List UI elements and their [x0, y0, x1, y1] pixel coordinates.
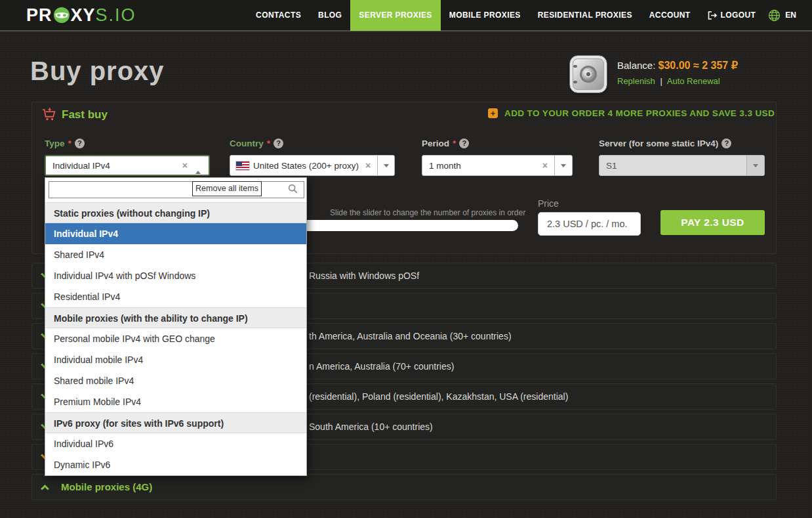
- plus-icon: +: [488, 108, 498, 118]
- type-select[interactable]: Individual IPv4 ×: [45, 155, 210, 176]
- buy-proxy-page: PR XY S.IO CONTACTS BLOG SERVER PROXIES …: [0, 0, 812, 518]
- type-help-icon[interactable]: ?: [75, 139, 85, 148]
- type-search-input[interactable]: [49, 181, 304, 198]
- server-field-label: Server (for some static IPv4) ?: [599, 139, 731, 148]
- slider-hint: Slide the slider to change the number of…: [330, 208, 525, 217]
- top-navigation-bar: PR XY S.IO CONTACTS BLOG SERVER PROXIES …: [0, 0, 812, 32]
- dropdown-option-shared-mobile-ipv4[interactable]: Shared mobile IPv4: [45, 370, 306, 391]
- period-field-label: Period * ?: [422, 139, 469, 148]
- dropdown-option-individual-ipv6[interactable]: Individual IPv6: [45, 433, 306, 454]
- price-label: Price: [538, 198, 559, 209]
- dropdown-group-header: IPv6 proxy (for sites with IPv6 support): [45, 412, 306, 433]
- dropdown-option-shared-ipv4[interactable]: Shared IPv4: [45, 244, 306, 265]
- dropdown-group-header: Mobile proxies (with the ability to chan…: [45, 307, 306, 328]
- language-switcher[interactable]: EN: [768, 9, 796, 22]
- required-asterisk: *: [267, 139, 270, 148]
- globe-icon: [768, 9, 781, 22]
- nav-item-server-proxies[interactable]: SERVER PROXIES: [350, 0, 440, 31]
- proxy-count-slider[interactable]: [296, 220, 518, 231]
- type-field-label: Type * ?: [45, 139, 85, 148]
- balance-amount: $30.00 ≈ 2 357 ₽: [659, 60, 738, 71]
- site-logo[interactable]: PR XY S.IO: [26, 5, 136, 26]
- required-asterisk: *: [68, 139, 71, 148]
- caret-down-icon: [746, 156, 764, 175]
- logo-suffix: S.IO: [96, 5, 136, 26]
- auto-renewal-link[interactable]: Auto Renewal: [667, 76, 720, 86]
- dropdown-option-individual-mobile-ipv4[interactable]: Individual mobile IPv4: [45, 349, 306, 370]
- pay-button[interactable]: PAY 2.3 USD: [660, 210, 765, 235]
- chevron-up-icon: [41, 485, 49, 493]
- server-select-value: S1: [599, 161, 617, 171]
- caret-down-icon[interactable]: [377, 156, 394, 175]
- country-select-value: United States (200+ proxy): [249, 161, 359, 171]
- dropdown-option-dynamic-ipv6[interactable]: Dynamic IPv6: [45, 454, 306, 475]
- dropdown-option-individual-ipv4-posf-windows[interactable]: Individual IPv4 with pOSf Windows: [45, 265, 306, 286]
- country-field-label: Country * ?: [230, 139, 283, 148]
- logout-icon: [708, 11, 717, 20]
- server-help-icon[interactable]: ?: [721, 139, 731, 148]
- remove-all-items-button[interactable]: Remove all items: [192, 181, 262, 196]
- price-value: 2.3 USD / pc. / mo.: [538, 212, 641, 236]
- dropdown-option-individual-ipv4[interactable]: Individual IPv4: [45, 223, 306, 244]
- type-dropdown-panel: Remove all items Static proxies (without…: [45, 177, 307, 476]
- safe-icon: [569, 55, 607, 93]
- balance-label: Balance:: [617, 60, 655, 71]
- cart-icon: [42, 107, 56, 121]
- language-label: EN: [785, 11, 796, 20]
- section-row-mobile-proxies-4g[interactable]: Mobile proxies (4G): [31, 474, 777, 500]
- us-flag-icon: [236, 162, 249, 170]
- type-select-value: Individual IPv4: [46, 161, 110, 171]
- country-select[interactable]: United States (200+ proxy) ×: [230, 155, 395, 176]
- caret-up-icon: [194, 161, 209, 171]
- period-select[interactable]: 1 month ×: [422, 155, 573, 176]
- logout-button[interactable]: LOGOUT: [699, 0, 765, 31]
- link-divider: |: [660, 76, 662, 86]
- logo-text: XY: [71, 5, 96, 26]
- page-title: Buy proxy: [30, 56, 165, 86]
- clear-icon[interactable]: ×: [536, 160, 554, 171]
- add-more-proxies-label: ADD TO YOUR ORDER 4 MORE PROXIES AND SAV…: [504, 108, 775, 118]
- period-select-value: 1 month: [422, 161, 461, 171]
- dropdown-option-residential-ipv4[interactable]: Residential IPv4: [45, 286, 306, 307]
- fast-buy-title: Fast buy: [62, 108, 108, 121]
- logo-text: PR: [26, 5, 52, 26]
- dropdown-option-personal-mobile-ipv4-geo[interactable]: Personal mobile IPv4 with GEO change: [45, 328, 306, 349]
- country-help-icon[interactable]: ?: [274, 139, 283, 148]
- clear-icon[interactable]: ×: [176, 160, 194, 171]
- dropdown-group-header: Static proxies (without changing IP): [45, 202, 306, 223]
- proxy-mask-icon: [53, 7, 70, 24]
- clear-icon[interactable]: ×: [359, 160, 377, 171]
- dropdown-option-premium-mobile-ipv4[interactable]: Premium Mobile IPv4: [45, 391, 306, 412]
- nav-item-account[interactable]: ACCOUNT: [641, 0, 699, 31]
- replenish-link[interactable]: Replenish: [617, 76, 655, 86]
- add-more-proxies-link[interactable]: + ADD TO YOUR ORDER 4 MORE PROXIES AND S…: [488, 108, 775, 118]
- nav-item-blog[interactable]: BLOG: [310, 0, 350, 31]
- nav-item-residential-proxies[interactable]: RESIDENTIAL PROXIES: [529, 0, 641, 31]
- required-asterisk: *: [453, 139, 456, 148]
- search-icon: [288, 184, 298, 194]
- balance-widget: Balance: $30.00 ≈ 2 357 ₽ Replenish | Au…: [569, 55, 738, 93]
- nav-item-mobile-proxies[interactable]: MOBILE PROXIES: [441, 0, 529, 31]
- server-select[interactable]: S1: [599, 155, 765, 176]
- nav-item-contacts[interactable]: CONTACTS: [247, 0, 310, 31]
- main-nav: CONTACTS BLOG SERVER PROXIES MOBILE PROX…: [247, 0, 796, 31]
- caret-down-icon[interactable]: [554, 156, 572, 175]
- period-help-icon[interactable]: ?: [459, 139, 469, 148]
